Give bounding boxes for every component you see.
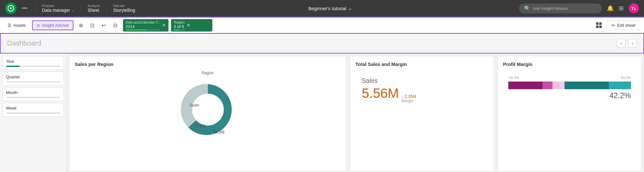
analyze-title: Sheet — [88, 8, 100, 13]
profit-scale: -50.0% 50.0% — [508, 76, 631, 80]
assets-button[interactable]: ☰ Assets — [4, 21, 30, 30]
qlik-logo[interactable] — [5, 3, 17, 14]
kpi-panel: Sales 5.56M ↓ 2.35M Margin — [355, 71, 489, 110]
profit-bar — [508, 82, 631, 89]
user-avatar[interactable]: TL — [629, 3, 639, 13]
sheet-header: Dashboard ‹ › — [0, 33, 644, 54]
selection-icon[interactable]: ⊟ — [110, 20, 120, 30]
svg-rect-2 — [596, 22, 599, 25]
toolbar: ☰ Assets ◎ Insight Advisor ⊕ ⊡ ↩ ⊟ Date.… — [0, 17, 644, 33]
filter-month-label: Month — [6, 90, 60, 95]
sales-label: Sales — [362, 77, 482, 84]
profit-bar-mid — [543, 82, 552, 89]
filter-week-label: Week — [6, 106, 60, 111]
edit-sheet-button[interactable]: ✏ Edit sheet — [607, 21, 640, 30]
svg-rect-4 — [596, 25, 599, 28]
profit-bar-lighter — [560, 82, 565, 89]
filter-week-slider[interactable] — [6, 112, 60, 114]
analyze-nav[interactable]: Analyze Sheet — [81, 0, 106, 17]
filter-week[interactable]: Week — [3, 103, 64, 117]
insight-advisor-button[interactable]: ◎ Insight Advisor — [32, 20, 73, 30]
assets-icon: ☰ — [8, 23, 11, 28]
filter-month-slider[interactable] — [6, 97, 60, 98]
more-options-icon[interactable]: ••• — [22, 5, 28, 12]
edit-sheet-icon: ✏ — [612, 23, 615, 28]
svg-point-1 — [10, 7, 12, 9]
top-nav: ••• Prepare Data manager ⌄ Analyze Sheet… — [0, 0, 644, 17]
kpi-secondary: ↓ 2.35M Margin — [401, 94, 416, 103]
app-title[interactable]: Beginner's tutorial ⌄ — [308, 5, 353, 11]
grid-view-button[interactable] — [593, 20, 604, 31]
qlik-logo-icon — [5, 3, 17, 14]
undo-icon[interactable]: ↩ — [99, 20, 109, 30]
smart-search-icon[interactable]: ⊕ — [76, 20, 86, 30]
svg-point-6 — [192, 94, 224, 125]
prepare-arrow: ⌄ — [72, 8, 75, 12]
profit-bar-positive — [565, 82, 609, 89]
edit-sheet-label: Edit sheet — [617, 23, 635, 28]
filter-year-slider[interactable] — [6, 66, 60, 67]
filter-chip-date-progress-fill — [126, 30, 147, 30]
filter-chip-date-close[interactable]: ✕ — [162, 23, 166, 28]
prepare-title: Data manager — [42, 8, 70, 13]
assets-label: Assets — [13, 23, 26, 28]
margin-value: 2.35M — [405, 94, 416, 99]
filter-chip-date[interactable]: Date.autoCalendar.Y... 2014 ✕ — [123, 19, 169, 32]
search-icon: 🔍 — [524, 5, 531, 11]
filter-quarter-label: Quarter — [6, 75, 60, 79]
region-axis-label: Region — [202, 71, 214, 75]
prepare-nav[interactable]: Prepare Data manager ⌄ — [36, 0, 81, 17]
toolbar-tool-icons: ⊕ ⊡ ↩ ⊟ — [76, 20, 120, 30]
nav-right: 🔍 Ask Insight Advisor 🔔 ⊞ TL — [519, 3, 639, 13]
profit-percentage: 42.2% — [508, 91, 631, 100]
sheet-next-button[interactable]: › — [628, 39, 637, 48]
filter-chip-date-label: Date.autoCalendar.Y... — [126, 20, 161, 24]
nav-center: Beginner's tutorial ⌄ — [141, 5, 519, 11]
profit-bar-light — [552, 82, 560, 89]
svg-text:54.5%: 54.5% — [214, 130, 224, 134]
filter-chip-region-progress — [174, 30, 185, 30]
lasso-icon[interactable]: ⊡ — [87, 20, 98, 30]
sheet-nav: ‹ › — [617, 39, 637, 48]
filter-year-fill — [6, 66, 20, 67]
sales-value: 5.56M — [362, 86, 399, 101]
profit-margin-title: Profit Margin — [503, 61, 636, 67]
filter-chip-region-value: 3 of 6 — [174, 24, 185, 29]
profit-scale-left: -50.0% — [508, 76, 519, 80]
sales-per-region-panel: Sales per Region Region Spain 13.2% — [69, 56, 346, 171]
sheet-title: Dashboard — [7, 39, 41, 47]
filter-year[interactable]: Year — [3, 56, 64, 70]
profit-bar-positive2 — [609, 82, 631, 89]
filter-chip-region-label: Region — [174, 20, 185, 24]
profit-content: -50.0% 50.0% 42.2% — [503, 71, 636, 105]
insight-advisor-search[interactable]: 🔍 Ask Insight Advisor — [519, 4, 602, 13]
analyze-label: Analyze — [88, 4, 100, 8]
svg-text:13.2%: 13.2% — [195, 124, 205, 128]
filter-chip-region-close[interactable]: ✕ — [187, 23, 190, 28]
charts-area: Sales per Region Region Spain 13.2% — [67, 54, 644, 172]
filter-chip-region-inner: Region 3 of 6 — [174, 20, 185, 30]
total-sales-panel: Total Sales and Margin Sales 5.56M ↓ 2.3… — [350, 56, 494, 171]
grid-apps-icon[interactable]: ⊞ — [619, 5, 624, 12]
sheet-prev-button[interactable]: ‹ — [617, 39, 626, 48]
down-arrow-icon: ↓ 2.35M — [401, 94, 416, 99]
filter-quarter[interactable]: Quarter — [3, 72, 64, 85]
svg-text:Spain: Spain — [189, 103, 199, 107]
filter-chip-date-progress — [126, 30, 161, 30]
filter-chip-region-progress-fill — [174, 30, 179, 30]
filter-panel: Year Quarter Month Week — [0, 54, 67, 172]
narrate-label: Narrate — [113, 4, 135, 8]
filter-chip-region[interactable]: Region 3 of 6 ✕ — [171, 19, 212, 32]
filter-month[interactable]: Month — [3, 87, 64, 101]
insight-advisor-icon: ◎ — [37, 23, 40, 28]
filter-quarter-slider[interactable] — [6, 81, 60, 82]
profit-scale-right: 50.0% — [621, 76, 631, 80]
filter-year-label: Year — [6, 59, 60, 64]
narrate-nav[interactable]: Narrate Storytelling — [107, 0, 141, 17]
profit-bar-negative — [508, 82, 543, 89]
notifications-icon[interactable]: 🔔 — [607, 5, 614, 12]
app-title-text: Beginner's tutorial — [308, 6, 346, 11]
prepare-label: Prepare — [42, 4, 75, 8]
svg-rect-5 — [599, 25, 602, 28]
filter-chip-date-inner: Date.autoCalendar.Y... 2014 — [126, 20, 161, 30]
